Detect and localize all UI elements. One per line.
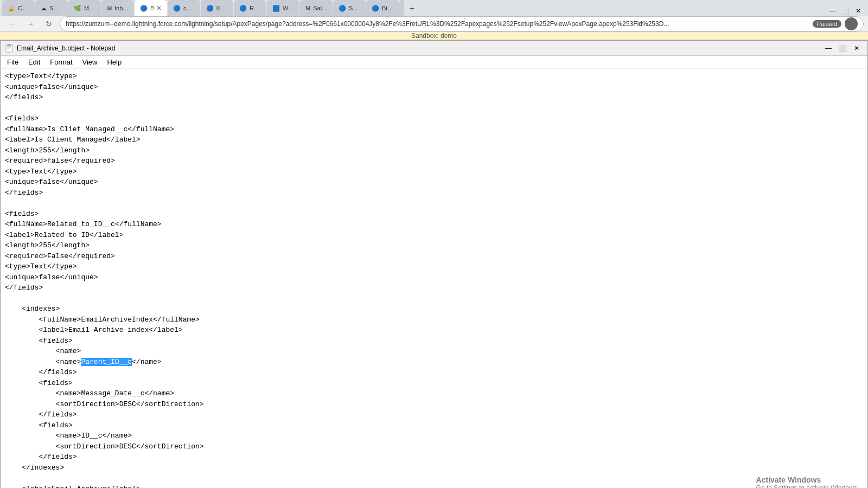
menu-file[interactable]: File (3, 57, 23, 67)
browser-tab-rec[interactable]: 🔵Rec... (234, 0, 266, 16)
notepad-line: <required>false</required> (5, 156, 863, 166)
profile-avatar[interactable] (845, 17, 858, 30)
notepad-line: <label>Email Archive index</label> (5, 325, 863, 336)
notepad-line: </fields> (5, 188, 863, 198)
notepad-line: <type>Text</type> (5, 261, 863, 272)
notepad-line: <length>255</length> (5, 145, 863, 156)
tab-label-sal3: Sal... (349, 5, 360, 11)
notepad-line: <fields> (5, 336, 863, 346)
notepad-line: <indexes> (5, 304, 863, 314)
forward-button[interactable]: → (23, 16, 38, 31)
tab-close-bas[interactable]: ✕ (156, 4, 162, 12)
tab-favicon-cert: 🔒 (8, 5, 15, 12)
notepad-line: <fields> (5, 209, 863, 220)
back-button[interactable]: ← (4, 16, 20, 31)
tab-label-000: 000... (216, 5, 228, 11)
notepad-maximize-button[interactable]: ⬜ (836, 43, 849, 54)
sandbox-label: Sandbox: demo (411, 32, 457, 40)
notepad-line: </fields> (5, 409, 863, 420)
tab-favicon-sales1: ☁ (41, 5, 47, 12)
tab-favicon-sal2: M (305, 5, 310, 11)
notepad-line: <sortDirection>DESC</sortDirection> (5, 399, 863, 410)
tab-label-wo: Wo... (283, 5, 294, 11)
new-tab-button[interactable]: + (405, 1, 420, 16)
tab-favicon-big: 🔵 (372, 5, 379, 12)
tab-favicon-my: 🌿 (74, 5, 81, 12)
browser-window-controls: — ⬜ ✕ (822, 5, 868, 16)
browser-tab-inbox[interactable]: ✉Inb... (101, 0, 134, 16)
browser-tab-sales1[interactable]: ☁Sal... (35, 0, 68, 16)
notepad-line: <length>255</length> (5, 240, 863, 251)
menu-help[interactable]: Help (103, 57, 126, 67)
browser-tab-big[interactable]: 🔵Big... (366, 0, 399, 16)
browser-tab-sal3[interactable]: 🔵Sal... (333, 0, 366, 16)
notepad-line: <fullName>EmailArchiveIndex</fullName> (5, 314, 863, 325)
browser-tab-cas[interactable]: 🔵cas... (168, 0, 200, 16)
notepad-line: <unique>false</unique> (5, 177, 863, 188)
highlighted-text: Parent_ID__c (81, 358, 132, 366)
tab-label-cas: cas... (183, 5, 195, 11)
notepad-line: <required>False</required> (5, 251, 863, 262)
notepad-line: <unique>false</unique> (5, 82, 863, 93)
menu-view[interactable]: View (78, 57, 102, 67)
tab-favicon-000: 🔵 (206, 5, 214, 12)
svg-rect-1 (7, 46, 11, 47)
browser-tab-000[interactable]: 🔵000... (201, 0, 233, 16)
notepad-line: <name>Message_Date__c</name> (5, 388, 863, 399)
notepad-line: <label>Email Archive</label> (5, 484, 863, 489)
notepad-line: <name>ID__c</name> (5, 431, 863, 441)
notepad-minimize-button[interactable]: — (822, 43, 835, 54)
close-browser-button[interactable]: ✕ (853, 5, 864, 16)
menu-edit[interactable]: Edit (24, 57, 44, 67)
minimize-browser-button[interactable]: — (827, 5, 838, 16)
browser-tab-my[interactable]: 🌿My ... (68, 0, 101, 16)
tab-label-cert: Cer... (18, 5, 29, 11)
tab-label-rec: Rec... (250, 5, 261, 11)
notepad-title: Email_Archive_b.object - Notepad (17, 44, 819, 52)
browser-tab-sal2[interactable]: MSal... (300, 0, 333, 16)
notepad-line: <unique>false</unique> (5, 272, 863, 283)
notepad-menu-bar: File Edit Format View Help (1, 56, 867, 69)
svg-rect-2 (7, 47, 11, 47)
notepad-line: <type>Text</type> (5, 71, 863, 82)
notepad-line: <type>Text</type> (5, 166, 863, 177)
browser-tab-whi[interactable]: ☁whi... (399, 0, 404, 16)
notepad-window: Email_Archive_b.object - Notepad — ⬜ ✕ F… (0, 40, 868, 488)
notepad-line: <name>Parent_ID__c</name> (5, 357, 863, 368)
maximize-browser-button[interactable]: ⬜ (840, 5, 851, 16)
notepad-line: <label>Is Client Managed</label> (5, 134, 863, 145)
tab-label-bas: Bas (150, 5, 154, 11)
tab-label-my: My ... (84, 5, 95, 11)
sandbox-bar: Sandbox: demo (0, 32, 868, 40)
tab-label-inbox: Inb... (114, 5, 127, 11)
notepad-line (5, 473, 863, 484)
browser-tab-cert[interactable]: 🔒Cer... (2, 0, 35, 16)
notepad-line: </fields> (5, 367, 863, 378)
notepad-line: <fullName>Related_to_ID__c</fullName> (5, 219, 863, 230)
tab-favicon-bas: 🔵 (140, 5, 148, 12)
notepad-line: <sortDirection>DESC</sortDirection> (5, 441, 863, 452)
notepad-title-bar: Email_Archive_b.object - Notepad — ⬜ ✕ (1, 41, 867, 56)
notepad-app-icon (5, 44, 14, 53)
tab-label-big: Big... (382, 5, 393, 11)
notepad-line: <fields> (5, 113, 863, 124)
menu-format[interactable]: Format (46, 57, 76, 67)
notepad-line: <label>Related to ID</label> (5, 230, 863, 241)
browser-tab-bas[interactable]: 🔵Bas✕ (135, 0, 167, 16)
notepad-line: <fields> (5, 420, 863, 431)
tab-favicon-wo: 🟦 (272, 5, 280, 12)
notepad-content[interactable]: <type>Text</type><unique>false</unique><… (1, 69, 867, 488)
nav-bar: ← → ↻ https://zumzum--demo.lightning.for… (0, 16, 868, 32)
notepad-close-button[interactable]: ✕ (850, 43, 863, 54)
notepad-window-controls: — ⬜ ✕ (822, 43, 863, 54)
browser-tab-wo[interactable]: 🟦Wo... (267, 0, 299, 16)
address-bar[interactable]: https://zumzum--demo.lightning.force.com… (60, 16, 864, 31)
browser-frame: 🔒Cer...☁Sal...🌿My ...✉Inb...🔵Bas✕🔵cas...… (0, 0, 868, 488)
reload-button[interactable]: ↻ (41, 16, 56, 31)
svg-rect-4 (8, 44, 11, 46)
tab-favicon-inbox: ✉ (107, 5, 112, 12)
notepad-line: <name> (5, 346, 863, 357)
notepad-line: <fields> (5, 378, 863, 389)
notepad-line: </fields> (5, 92, 863, 103)
tab-favicon-sal3: 🔵 (339, 5, 346, 12)
